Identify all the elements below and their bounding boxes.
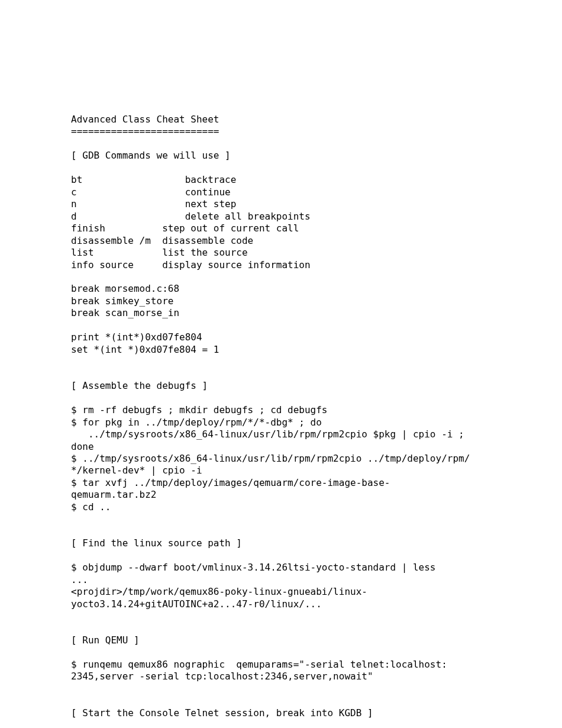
gdb-cmd: finish: [71, 223, 105, 234]
code-line: $ tar xvfj ../tmp/deploy/images/qemuarm/…: [71, 477, 390, 488]
code-line: */kernel-dev* | cpio -i: [71, 465, 202, 476]
doc-title-rule: ==========================: [71, 125, 219, 137]
section-header-assemble: [ Assemble the debugfs ]: [71, 380, 208, 391]
code-line: break scan_morse_in: [71, 307, 179, 318]
gdb-row: finish step out of current call: [71, 223, 299, 234]
code-line: break morsemod.c:68: [71, 283, 179, 294]
code-line: set *(int *)0xd07fe804 = 1: [71, 344, 219, 355]
gdb-cmd: info source: [71, 259, 134, 270]
gdb-row: disassemble /m disassemble code: [71, 235, 253, 246]
gdb-row: bt backtrace: [71, 174, 236, 185]
gdb-desc: step out of current call: [162, 223, 299, 234]
code-line: $ runqemu qemux86 nographic qemuparams="…: [71, 659, 447, 670]
code-line: qemuarm.tar.bz2: [71, 489, 157, 500]
gdb-desc: next step: [185, 198, 237, 210]
gdb-desc: display source information: [162, 259, 310, 270]
code-line: $ objdump --dwarf boot/vmlinux-3.14.26lt…: [71, 562, 436, 573]
gdb-row: list list the source: [71, 247, 248, 258]
gdb-row: info source display source information: [71, 259, 311, 270]
code-line: ../tmp/sysroots/x86_64-linux/usr/lib/rpm…: [71, 429, 464, 440]
gdb-row: n next step: [71, 198, 236, 210]
section-header-qemu: [ Run QEMU ]: [71, 634, 140, 646]
code-line: $ for pkg in ../tmp/deploy/rpm/*/*-dbg* …: [71, 417, 322, 428]
code-line: $ rm -rf debugfs ; mkdir debugfs ; cd de…: [71, 404, 327, 415]
code-line: <projdir>/tmp/work/qemux86-poky-linux-gn…: [71, 586, 367, 597]
code-line: ...: [71, 574, 88, 585]
gdb-row: d delete all breakpoints: [71, 211, 311, 222]
gdb-cmd: disassemble /m: [71, 235, 151, 246]
code-line: yocto3.14.24+gitAUTOINC+a2...47-r0/linux…: [71, 598, 322, 610]
gdb-cmd: c: [71, 186, 77, 198]
code-line: break simkey_store: [71, 295, 173, 307]
code-line: print *(int*)0xd07fe804: [71, 331, 202, 343]
gdb-desc: disassemble code: [162, 235, 253, 246]
doc-title: Advanced Class Cheat Sheet: [71, 114, 219, 125]
gdb-cmd: d: [71, 211, 77, 222]
code-line: $ cd ..: [71, 501, 111, 513]
gdb-desc: list the source: [162, 247, 248, 258]
gdb-desc: continue: [185, 186, 231, 198]
gdb-cmd: n: [71, 198, 77, 210]
section-header-find: [ Find the linux source path ]: [71, 537, 242, 549]
code-line: done: [71, 441, 94, 452]
gdb-row: c continue: [71, 186, 231, 198]
section-header-gdb: [ GDB Commands we will use ]: [71, 150, 231, 161]
gdb-desc: backtrace: [185, 174, 237, 185]
gdb-desc: delete all breakpoints: [185, 211, 311, 222]
code-line: 2345,server -serial tcp:localhost:2346,s…: [71, 671, 373, 682]
gdb-cmd: bt: [71, 174, 82, 185]
section-header-telnet: [ Start the Console Telnet session, brea…: [71, 707, 373, 719]
code-line: $ ../tmp/sysroots/x86_64-linux/usr/lib/r…: [71, 453, 470, 464]
gdb-cmd: list: [71, 247, 94, 258]
